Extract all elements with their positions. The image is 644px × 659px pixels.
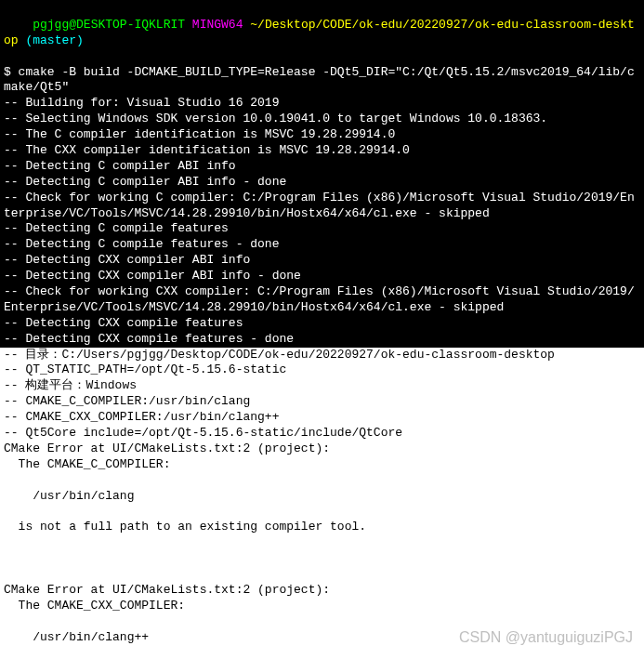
prompt-shell: MINGW64	[192, 18, 243, 32]
watermark: CSDN @yantuguiguziPGJ	[459, 628, 633, 648]
output-line: -- Detecting C compile features	[4, 221, 640, 237]
highlighted-line: -- 目录：C:/Users/pgjgg/Desktop/CODE/ok-edu…	[4, 348, 640, 363]
output-line: -- Check for working CXX compiler: C:/Pr…	[4, 284, 640, 316]
highlighted-line: -- QT_STATIC_PATH=/opt/Qt-5.15.6-static	[4, 362, 640, 378]
highlighted-line: -- CMAKE_CXX_COMPILER:/usr/bin/clang++	[4, 410, 640, 426]
output-line: -- The CXX compiler identification is MS…	[4, 143, 640, 159]
output-line: -- The C compiler identification is MSVC…	[4, 127, 640, 143]
error-body: /usr/bin/clang	[4, 489, 640, 505]
output-line: -- Detecting C compiler ABI info - done	[4, 175, 640, 191]
highlighted-line: -- Qt5Core include=/opt/Qt-5.15.6-static…	[4, 426, 640, 442]
error-body: The CMAKE_C_COMPILER:	[4, 457, 640, 473]
prompt-user: pgjgg@DESKTOP-IQKLRIT	[33, 18, 185, 32]
highlighted-line: -- CMAKE_C_COMPILER:/usr/bin/clang	[4, 394, 640, 410]
error-body: is not a full path to an existing compil…	[4, 520, 640, 535]
prompt-line: pgjgg@DESKTOP-IQKLRIT MINGW64 ~/Desktop/…	[4, 2, 640, 65]
output-line: -- Detecting C compile features - done	[4, 237, 640, 253]
output-line: -- Detecting C compiler ABI info	[4, 159, 640, 175]
highlighted-line: -- 构建平台：Windows	[4, 378, 640, 394]
command-line: $ cmake -B build -DCMAKE_BUILD_TYPE=Rele…	[4, 65, 640, 97]
output-line: -- Detecting CXX compiler ABI info	[4, 253, 640, 269]
error-body: The CMAKE_CXX_COMPILER:	[4, 599, 640, 614]
output-line: -- Building for: Visual Studio 16 2019	[4, 96, 640, 112]
output-line: -- Detecting CXX compiler ABI info - don…	[4, 269, 640, 284]
error-header: CMake Error at UI/CMakeLists.txt:2 (proj…	[4, 583, 640, 599]
output-line: -- Detecting CXX compile features - done	[4, 332, 640, 348]
error-header: CMake Error at UI/CMakeLists.txt:2 (proj…	[4, 442, 640, 457]
output-line: -- Selecting Windows SDK version 10.0.19…	[4, 112, 640, 127]
output-line: -- Check for working C compiler: C:/Prog…	[4, 191, 640, 222]
highlighted-block: -- 目录：C:/Users/pgjgg/Desktop/CODE/ok-edu…	[0, 348, 644, 659]
prompt-branch: (master)	[25, 33, 83, 47]
output-line: -- Detecting CXX compile features	[4, 316, 640, 332]
terminal-window[interactable]: pgjgg@DESKTOP-IQKLRIT MINGW64 ~/Desktop/…	[0, 0, 644, 659]
